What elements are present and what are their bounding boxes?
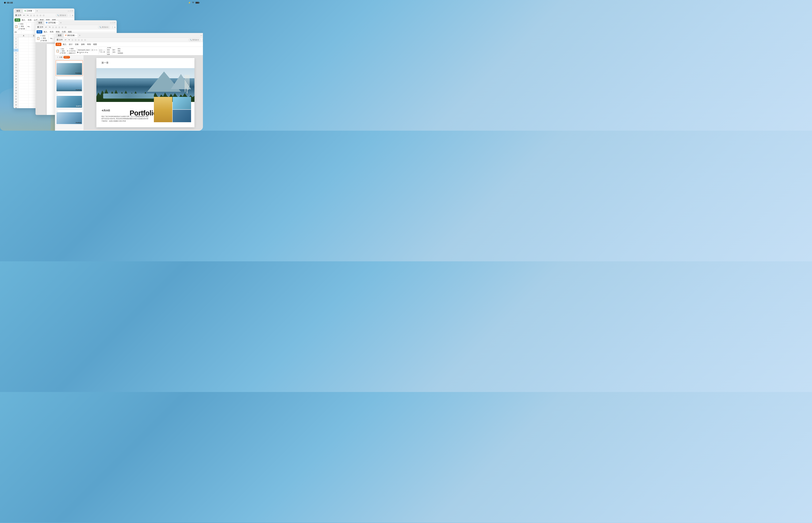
cell-a6[interactable] <box>19 52 29 54</box>
excel-tool3[interactable]: □ <box>36 14 38 17</box>
ppt-replace-btn[interactable]: 替换 <box>118 50 123 52</box>
excel-tool5[interactable]: □ <box>42 14 45 17</box>
ppt-tab-close[interactable]: × <box>75 35 76 36</box>
word-add-tab[interactable]: + <box>59 21 62 24</box>
excel-copy-btn[interactable]: 📄 复制 <box>18 25 25 28</box>
ppt-ribbon-slideshow[interactable]: 放映 <box>80 43 86 46</box>
excel-ribbon-layout[interactable]: 布局 <box>27 18 33 22</box>
ppt-tool2[interactable]: □ <box>74 39 77 41</box>
excel-minimize[interactable]: — <box>68 10 70 12</box>
ppt-indent-more[interactable]: → <box>103 49 104 51</box>
ppt-ribbon-design[interactable]: 设计 <box>68 43 74 46</box>
ppt-tab-presentation[interactable]: P 演示文稿 × <box>64 33 78 37</box>
cell-a24[interactable] <box>19 104 29 106</box>
cell-a10[interactable] <box>19 63 29 66</box>
ppt-tool5[interactable]: □ <box>84 39 86 41</box>
ppt-more[interactable]: ⋮ <box>202 39 203 41</box>
ppt-thumb-3[interactable]: 3 ·· EARTH <box>56 93 83 109</box>
word-search-cmd[interactable]: 🔍 查找命令 <box>98 26 110 29</box>
ppt-from-here-btn[interactable]: ▶ 从当前开始 <box>67 50 75 52</box>
cell-a22[interactable] <box>19 98 29 101</box>
ppt-chevron-left[interactable]: 《 <box>56 56 58 58</box>
cell-a25[interactable] <box>19 106 29 108</box>
ppt-slide-view-badge[interactable]: 幻灯片 <box>64 56 70 58</box>
ppt-find-btn[interactable]: 查找 <box>118 48 123 50</box>
cell-a5[interactable] <box>19 49 29 52</box>
excel-undo[interactable]: ↩ <box>23 14 25 17</box>
word-tool2[interactable]: □ <box>55 26 57 29</box>
excel-add-tab[interactable]: + <box>36 10 38 12</box>
word-cut-btn[interactable]: ✂ 剪切 <box>40 35 47 37</box>
ppt-shape-btn[interactable]: 形状· <box>107 49 111 51</box>
ppt-thumb-1[interactable]: 1 ·· Portfolio — <box>56 60 83 76</box>
excel-collapse[interactable]: ∧ <box>72 14 73 17</box>
paste-icon[interactable]: 📋 <box>15 25 18 28</box>
cell-a14[interactable] <box>19 75 29 77</box>
ppt-search-cmd[interactable]: 🔍 查找命令 <box>188 38 200 41</box>
word-more[interactable]: ⋮ <box>111 26 113 29</box>
ppt-tool4[interactable]: □ <box>81 39 83 41</box>
ppt-font-selector[interactable]: HarmonyOS_Sans+ <box>77 49 90 51</box>
excel-col-a[interactable]: A <box>19 34 29 37</box>
word-tool4[interactable]: □ <box>61 26 64 29</box>
ppt-align-bottom[interactable]: ⊥ <box>102 51 103 53</box>
ppt-tab-home[interactable]: 首页 <box>56 33 63 37</box>
ppt-font-decrease[interactable]: A↓ <box>96 49 98 51</box>
ppt-indent-less[interactable]: ← <box>104 49 106 51</box>
word-tab-home[interactable]: 首页 <box>37 21 43 25</box>
word-undo[interactable]: ↩ <box>45 26 48 29</box>
word-menu-file[interactable]: ☰ 文件 <box>37 26 44 29</box>
excel-redo[interactable]: ↪ <box>26 14 29 17</box>
ppt-format-paint[interactable]: 🖌 格式刷 <box>60 52 66 54</box>
word-ribbon-layout[interactable]: 布局 <box>49 30 54 34</box>
ppt-cut[interactable]: ✂ 剪切 <box>60 48 66 50</box>
word-close[interactable]: × <box>114 22 115 24</box>
ppt-align-left[interactable]: ≡ <box>99 49 100 51</box>
ppt-text-color[interactable]: A· <box>83 52 84 53</box>
ppt-main-slide[interactable]: 第一章 <box>96 58 194 127</box>
ppt-ribbon-view[interactable]: 视图 <box>92 43 98 46</box>
excel-ribbon-insert[interactable]: 插入 <box>21 18 27 22</box>
excel-menu-file[interactable]: ☰ 文件 <box>15 14 22 17</box>
word-redo[interactable]: ↪ <box>48 26 51 29</box>
ppt-select-all-btn[interactable]: 选择格框 <box>118 52 123 54</box>
excel-tool4[interactable]: □ <box>39 14 42 17</box>
word-paste-icon[interactable]: 📋 <box>37 37 40 40</box>
ppt-textbox-btn[interactable]: 文本框 <box>107 47 111 49</box>
cell-a13[interactable] <box>19 72 29 75</box>
ppt-tool3[interactable]: □ <box>77 39 80 41</box>
ppt-add-tab[interactable]: + <box>78 34 81 37</box>
word-ribbon-start[interactable]: 开始 <box>37 30 42 34</box>
cell-a3[interactable] <box>19 43 29 46</box>
cell-a19[interactable] <box>19 89 29 92</box>
excel-ribbon-start[interactable]: 开始 <box>15 18 20 22</box>
ppt-ribbon-start[interactable]: 开始 <box>56 43 61 46</box>
ppt-ribbon-transition[interactable]: 切换 <box>74 43 80 46</box>
ppt-tool1[interactable]: □ <box>71 39 74 41</box>
excel-more[interactable]: ⋮ <box>69 14 71 17</box>
word-format-btn[interactable]: 🖌 格式刷 <box>40 39 47 42</box>
cell-a21[interactable] <box>19 95 29 97</box>
cell-a8[interactable] <box>19 57 29 60</box>
ppt-subscript[interactable]: x₂ <box>87 52 88 53</box>
ppt-superscript[interactable]: x² <box>85 52 86 53</box>
ppt-underline[interactable]: U <box>80 52 81 53</box>
excel-search-cmd[interactable]: 🔍 查找命令 <box>56 14 68 17</box>
ppt-redo[interactable]: ↪ <box>68 38 71 41</box>
excel-format-btn[interactable]: 🖌 格式刷 <box>18 28 25 30</box>
cell-a18[interactable] <box>19 86 29 89</box>
word-tool3[interactable]: □ <box>58 26 60 29</box>
cell-a15[interactable] <box>19 77 29 80</box>
cell-a1[interactable] <box>19 37 29 40</box>
ppt-italic[interactable]: I <box>79 52 79 53</box>
word-tab-doc-close[interactable]: × <box>56 22 57 23</box>
excel-close[interactable]: × <box>72 10 73 12</box>
ppt-font-increase[interactable]: A↑ <box>94 49 96 51</box>
excel-maximize[interactable]: □ <box>70 10 71 12</box>
ppt-arrange-btn[interactable]: 排列· <box>107 51 111 53</box>
ppt-strikethrough[interactable]: S <box>81 52 82 53</box>
excel-cut-btn[interactable]: ✂ 剪切 <box>18 23 25 25</box>
cell-a12[interactable] <box>19 69 29 72</box>
excel-tool2[interactable]: □ <box>33 14 36 17</box>
ppt-thumb-4[interactable]: 4 ·· Portfolio <box>56 110 83 125</box>
